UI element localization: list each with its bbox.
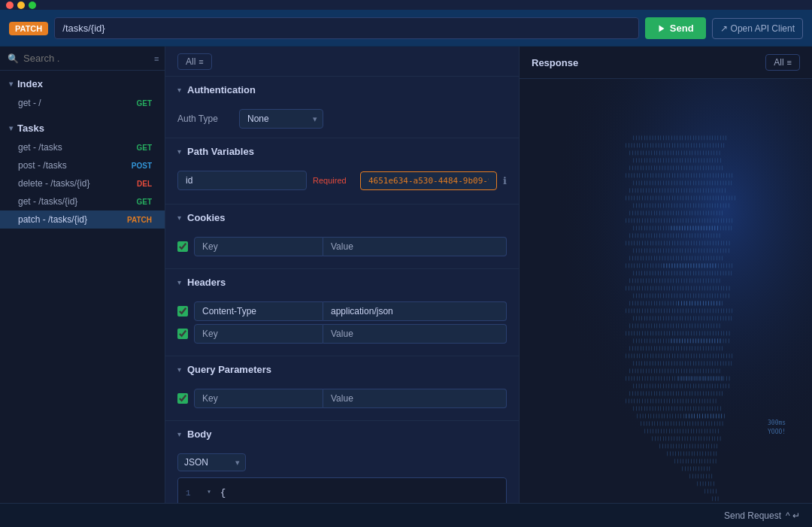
- body-content: JSON XML Form Data Raw 1 ▾ {: [165, 447, 519, 503]
- index-section-header[interactable]: ▾ Index: [0, 74, 165, 94]
- header-key-input[interactable]: [194, 301, 323, 321]
- svg-text:||||||||||||||||||||||||||||||: ||||||||||||||||||||||||||||||||||: [629, 232, 721, 238]
- path-variables-table: Required ℹ: [177, 171, 507, 190]
- table-row: [177, 389, 507, 408]
- auth-type-row: Auth Type None Bearer Token Basic Auth A…: [177, 109, 507, 129]
- maximize-window-button[interactable]: [29, 2, 36, 9]
- query-value-input[interactable]: [323, 389, 507, 408]
- body-format-select-wrapper: JSON XML Form Data Raw: [177, 453, 246, 471]
- auth-type-select[interactable]: None Bearer Token Basic Auth API Key: [239, 109, 323, 129]
- method-tag-get: GET: [132, 98, 156, 108]
- svg-text:||||||||||||||||||||||||||||||: |||||||||||||||||||||||||||||||||: [632, 157, 722, 163]
- chevron-down-icon: ▾: [177, 365, 181, 374]
- send-request-button[interactable]: Send Request ^ ↵: [724, 510, 800, 521]
- header-key-input[interactable]: [194, 324, 323, 344]
- cookies-section-header[interactable]: ▾ Cookies: [165, 204, 519, 231]
- svg-text:||||||||||||||||||||||||||||||: ||||||||||||||||||||||||||||||||||||: [632, 202, 730, 208]
- all-filter-button[interactable]: All ≡: [177, 53, 212, 70]
- svg-text:|||||||: |||||||: [696, 480, 715, 486]
- main-layout: 🔍 ≡ ▾ Index get - / GET ▾ Tasks get - /t…: [0, 47, 812, 503]
- svg-text:||||||||||||||||||: ||||||||||||||||||: [670, 225, 719, 231]
- body-toolbar: JSON XML Form Data Raw: [177, 453, 507, 471]
- header-row-checkbox[interactable]: [177, 329, 188, 339]
- svg-marker-0: [659, 25, 664, 32]
- sidebar-item-label: get - /tasks: [18, 142, 62, 153]
- query-key-input[interactable]: [194, 389, 323, 408]
- svg-text:|||: |||: [711, 495, 720, 501]
- code-editor[interactable]: 1 ▾ { 2 ▾ "done":true 3: [177, 477, 507, 503]
- sidebar: 🔍 ≡ ▾ Index get - / GET ▾ Tasks get - /t…: [0, 47, 165, 503]
- path-value-input[interactable]: [360, 171, 497, 190]
- query-parameters-section-header[interactable]: ▾ Query Parameters: [165, 356, 519, 383]
- chevron-down-icon: ▾: [177, 86, 181, 94]
- cookies-table: [177, 237, 507, 256]
- cookie-row-checkbox[interactable]: [177, 241, 188, 252]
- method-tag-del: DEL: [133, 179, 156, 189]
- svg-text:||||||||||||||||||||||||||||||: |||||||||||||||||||||||||||||||||||||||: [625, 240, 731, 246]
- cookies-content: [165, 231, 519, 268]
- response-all-button[interactable]: All ≡: [765, 54, 800, 71]
- svg-text:||||||||||||||||||||||: ||||||||||||||||||||||: [659, 443, 718, 449]
- svg-text:||||||||||||||||||||||||||||||: |||||||||||||||||||||||||||||||||||||: [632, 360, 733, 366]
- authentication-content: Auth Type None Bearer Token Basic Auth A…: [165, 103, 519, 138]
- svg-text:||||||||||||||||||||||||||||||: ||||||||||||||||||||||||||||||||||||||||: [625, 307, 734, 313]
- body-section: ▾ Body JSON XML Form Data Raw: [165, 421, 519, 503]
- svg-text:|||||||||||||||||: |||||||||||||||||: [677, 375, 723, 381]
- svg-text:||||||||||||||||||||||||||||||: ||||||||||||||||||||||||||||||||||||: [632, 247, 730, 253]
- search-bar: 🔍 ≡: [0, 47, 165, 71]
- svg-text:||||||||||||||||||||||||||||||: |||||||||||||||||||||||||||||||||||: [632, 135, 727, 141]
- close-window-button[interactable]: [6, 2, 14, 9]
- body-section-header[interactable]: ▾ Body: [165, 421, 519, 447]
- cookies-section: ▾ Cookies: [165, 204, 519, 269]
- play-icon: [657, 24, 666, 33]
- bottom-bar: Send Request ^ ↵: [0, 503, 812, 527]
- sidebar-item-get-tasks[interactable]: get - /tasks GET: [0, 138, 165, 156]
- content-area: All ≡ ▾ Authentication Auth Type None: [165, 47, 519, 503]
- sidebar-item-label: patch - /tasks/{id}: [18, 214, 87, 225]
- sidebar-item-label: post - /tasks: [18, 160, 67, 171]
- header-value-input[interactable]: [323, 301, 507, 321]
- chevron-down-icon: ▾: [177, 214, 181, 222]
- svg-text:||||||||||||||||||||||||||||||: |||||||||||||||||||||||||||||||||||: [629, 165, 723, 171]
- path-key-input[interactable]: [177, 171, 307, 190]
- headers-section-header[interactable]: ▾ Headers: [165, 269, 519, 295]
- header-value-input[interactable]: [323, 324, 507, 344]
- sidebar-item-get-tasks-id[interactable]: get - /tasks/{id} GET: [0, 192, 165, 210]
- open-api-button[interactable]: ↗ Open API Client: [712, 18, 803, 39]
- sidebar-item-get-root[interactable]: get - / GET: [0, 94, 165, 112]
- info-icon[interactable]: ℹ: [503, 175, 507, 186]
- svg-text:300ms: 300ms: [768, 419, 786, 426]
- url-input[interactable]: [54, 17, 639, 39]
- index-section-label: Index: [17, 78, 43, 89]
- sidebar-item-label: get - /: [18, 98, 41, 108]
- svg-text:||||||||||||||||||||||||||||||: ||||||||||||||||||||||||||||||||||: [629, 368, 721, 374]
- headers-section: ▾ Headers: [165, 269, 519, 356]
- fold-icon[interactable]: ▾: [207, 486, 211, 501]
- query-row-checkbox[interactable]: [177, 393, 188, 404]
- sidebar-item-delete-tasks-id[interactable]: delete - /tasks/{id} DEL: [0, 174, 165, 192]
- filter-icon[interactable]: ≡: [154, 54, 159, 63]
- cookie-value-input[interactable]: [323, 237, 507, 256]
- sidebar-item-post-tasks[interactable]: post - /tasks POST: [0, 156, 165, 174]
- svg-text:||||||||||||||||||||||||||||||: ||||||||||||||||||||||||||||||||||: [629, 277, 721, 283]
- path-variables-section: ▾ Path Variables Required ℹ: [165, 138, 519, 204]
- svg-text:||||||||||||||||||||||||||||||: |||||||||||||||||||||||||||||||||||||||: [625, 330, 731, 336]
- cookie-key-input[interactable]: [194, 237, 323, 256]
- svg-text:||||||||||||||||||||||||||||||: ||||||||||||||||||||||||||||||||||||: [632, 383, 730, 389]
- sidebar-item-patch-tasks-id[interactable]: patch - /tasks/{id} PATCH: [0, 210, 165, 229]
- keyboard-shortcut: ^ ↵: [786, 510, 800, 521]
- svg-text:||||||||||||||||||||||||||||||: |||||||||||||||||||||||||||||||||||||: [625, 142, 726, 148]
- search-input[interactable]: [23, 53, 150, 64]
- sidebar-item-label: delete - /tasks/{id}: [18, 178, 89, 189]
- authentication-section-header[interactable]: ▾ Authentication: [165, 77, 519, 103]
- header-row-checkbox[interactable]: [177, 306, 188, 317]
- sidebar-section-index: ▾ Index get - / GET: [0, 71, 165, 115]
- content-body: ▾ Authentication Auth Type None Bearer T…: [165, 77, 519, 503]
- svg-text:YOOO!: YOOO!: [768, 429, 786, 435]
- send-button[interactable]: Send: [645, 17, 706, 39]
- minimize-window-button[interactable]: [17, 2, 25, 9]
- tasks-section-header[interactable]: ▾ Tasks: [0, 118, 165, 138]
- body-format-select[interactable]: JSON XML Form Data Raw: [177, 453, 246, 471]
- svg-text:||||||||||||||||||||||||||||||: ||||||||||||||||||||||||||||||||||||: [629, 187, 726, 193]
- path-variables-section-header[interactable]: ▾ Path Variables: [165, 138, 519, 165]
